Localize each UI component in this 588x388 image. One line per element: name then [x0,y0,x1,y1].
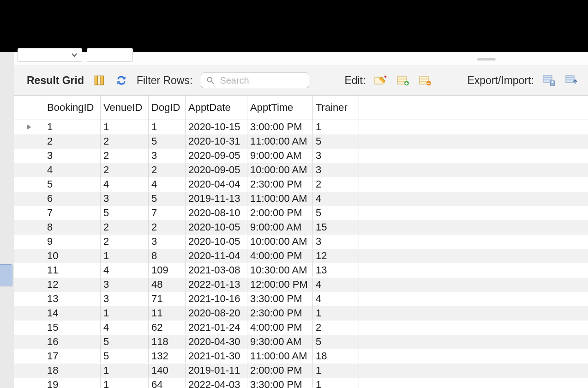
cell-appttime[interactable]: 2:00:00 PM [247,364,313,377]
table-row[interactable]: 9232020-10-0510:00:00 AM3 [14,235,588,249]
cell-appttime[interactable]: 4:00:00 PM [247,321,313,334]
cell-dogid[interactable]: 7 [149,206,186,220]
cell-trainer[interactable]: 18 [313,349,359,363]
table-row[interactable]: 2252020-10-3111:00:00 AM5 [14,134,588,149]
cell-dogid[interactable]: 5 [149,192,186,206]
cell-trainer[interactable]: 3 [313,149,359,163]
row-gutter[interactable] [14,321,44,334]
cell-bookingid[interactable]: 3 [44,149,101,163]
cell-apptdate[interactable]: 2020-10-31 [186,134,247,148]
row-gutter[interactable] [14,134,44,148]
cell-bookingid[interactable]: 10 [44,249,101,263]
cell-bookingid[interactable]: 5 [44,177,101,191]
cell-appttime[interactable]: 2:00:00 PM [247,206,313,220]
cell-trainer[interactable]: 4 [313,278,359,291]
row-gutter[interactable] [14,120,44,134]
cell-bookingid[interactable]: 18 [44,364,101,377]
cell-trainer[interactable]: 2 [313,321,359,334]
cell-trainer[interactable]: 2 [313,177,359,191]
cell-apptdate[interactable]: 2020-08-20 [186,306,247,320]
export-icon[interactable] [542,73,556,87]
col-header-venueid[interactable]: VenueID [101,96,149,120]
cell-bookingid[interactable]: 6 [44,192,101,206]
cell-trainer[interactable]: 15 [313,220,359,234]
row-gutter[interactable] [14,292,44,306]
cell-dogid[interactable]: 140 [149,364,186,377]
cell-venueid[interactable]: 5 [101,335,149,349]
table-row[interactable]: 8222020-10-059:00:00 AM15 [14,220,588,235]
col-header-bookingid[interactable]: BookingID [44,96,101,120]
cell-appttime[interactable]: 11:00:00 AM [247,349,313,363]
row-gutter[interactable] [14,263,44,277]
cell-trainer[interactable]: 13 [313,263,359,277]
cell-dogid[interactable]: 8 [149,249,186,263]
cell-bookingid[interactable]: 12 [44,278,101,291]
cell-bookingid[interactable]: 4 [44,163,101,177]
cell-apptdate[interactable]: 2020-10-05 [186,220,247,234]
row-gutter[interactable] [14,177,44,191]
cell-dogid[interactable]: 5 [149,134,186,148]
table-row[interactable]: 1141092021-03-0810:30:00 AM13 [14,263,588,278]
cell-bookingid[interactable]: 14 [44,306,101,320]
cell-trainer[interactable]: 1 [313,378,359,388]
cell-appttime[interactable]: 11:00:00 AM [247,134,313,148]
cell-bookingid[interactable]: 11 [44,263,101,277]
cell-apptdate[interactable]: 2020-08-10 [186,206,247,220]
cell-dogid[interactable]: 109 [149,263,186,277]
table-row[interactable]: 6352019-11-1311:00:00 AM4 [14,192,588,206]
cell-dogid[interactable]: 118 [149,335,186,349]
row-gutter[interactable] [14,149,44,163]
cell-dogid[interactable]: 1 [149,120,186,134]
table-row[interactable]: 3232020-09-059:00:00 AM3 [14,149,588,163]
cell-bookingid[interactable]: 17 [44,349,101,363]
toggle-grid-icon[interactable] [92,73,106,87]
cell-dogid[interactable]: 3 [149,235,186,249]
cell-venueid[interactable]: 2 [101,235,149,249]
cell-trainer[interactable]: 5 [313,134,359,148]
cell-apptdate[interactable]: 2021-03-08 [186,263,247,277]
cell-venueid[interactable]: 1 [101,378,149,388]
table-row[interactable]: 1651182020-04-309:30:00 AM5 [14,335,588,349]
cell-apptdate[interactable]: 2020-11-04 [186,249,247,263]
cell-dogid[interactable]: 4 [149,177,186,191]
cell-bookingid[interactable]: 7 [44,206,101,220]
cell-trainer[interactable]: 12 [313,249,359,263]
cell-venueid[interactable]: 2 [101,163,149,177]
cell-trainer[interactable]: 4 [313,192,359,206]
edit-row-icon[interactable] [374,73,388,87]
cell-appttime[interactable]: 3:30:00 PM [247,378,313,388]
cell-appttime[interactable]: 10:00:00 AM [247,235,313,249]
cell-apptdate[interactable]: 2020-10-05 [186,235,247,249]
col-header-trainer[interactable]: Trainer [313,96,359,120]
table-row[interactable]: 1751322021-01-3011:00:00 AM18 [14,349,588,364]
cell-apptdate[interactable]: 2021-01-30 [186,349,247,363]
col-header-dogid[interactable]: DogID [149,96,186,120]
row-gutter[interactable] [14,163,44,177]
cell-trainer[interactable]: 5 [313,206,359,220]
cell-appttime[interactable]: 11:00:00 AM [247,192,313,206]
table-row[interactable]: 123482022-01-1312:00:00 PM4 [14,278,588,292]
cell-dogid[interactable]: 48 [149,278,186,291]
row-gutter[interactable] [14,220,44,234]
cell-venueid[interactable]: 4 [101,321,149,334]
row-gutter[interactable] [14,206,44,220]
cell-appttime[interactable]: 10:00:00 AM [247,163,313,177]
cell-dogid[interactable]: 62 [149,321,186,334]
row-gutter[interactable] [14,235,44,249]
cell-apptdate[interactable]: 2020-09-05 [186,163,247,177]
row-gutter[interactable] [14,335,44,349]
add-row-icon[interactable] [396,73,410,87]
cell-venueid[interactable]: 1 [101,364,149,377]
row-gutter[interactable] [14,378,44,388]
cell-venueid[interactable]: 2 [101,134,149,148]
cell-apptdate[interactable]: 2020-04-04 [186,177,247,191]
pane-resize-handle[interactable] [477,58,496,61]
cell-appttime[interactable]: 9:30:00 AM [247,335,313,349]
row-gutter[interactable] [14,249,44,263]
table-row[interactable]: 10182020-11-044:00:00 PM12 [14,249,588,263]
table-row[interactable]: 5442020-04-042:30:00 PM2 [14,177,588,192]
cell-appttime[interactable]: 9:00:00 AM [247,220,313,234]
row-gutter[interactable] [14,306,44,320]
cell-apptdate[interactable]: 2020-10-15 [186,120,247,134]
cell-appttime[interactable]: 4:00:00 PM [247,249,313,263]
